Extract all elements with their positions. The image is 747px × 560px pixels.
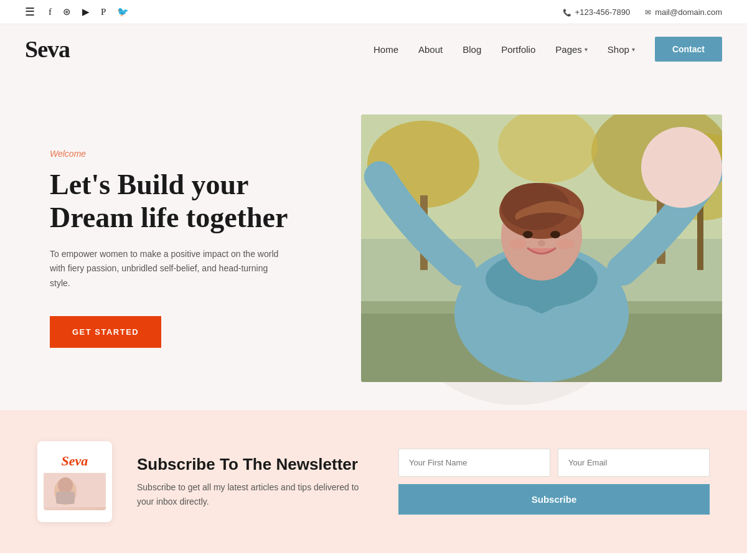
top-bar-right: +123-456-7890 mail@domain.com [563, 7, 722, 17]
email-input[interactable] [558, 449, 710, 477]
welcome-label: Welcome [50, 149, 352, 159]
facebook-icon[interactable]: f [49, 7, 52, 17]
get-started-button[interactable]: GET STARTED [50, 316, 161, 348]
svg-point-17 [523, 231, 533, 238]
top-right-circle [641, 127, 722, 208]
site-logo[interactable]: Seva [25, 35, 70, 63]
hero-content: Welcome Let's Build your Dream life toge… [50, 149, 352, 348]
hamburger-icon[interactable]: ☰ [25, 5, 35, 19]
newsletter-text: Subscribe To The Newsletter Subscribe to… [137, 455, 374, 508]
svg-rect-25 [56, 492, 75, 504]
svg-point-21 [538, 240, 545, 246]
subscribe-button[interactable]: Subscribe [398, 484, 710, 515]
phone-number: +123-456-7890 [575, 7, 631, 17]
newsletter-inputs [398, 449, 710, 477]
phone-contact: +123-456-7890 [563, 7, 631, 17]
nav-home[interactable]: Home [374, 44, 398, 55]
svg-point-18 [550, 231, 560, 238]
top-bar: ☰ f ⊛ ▶ P 🐦 +123-456-7890 mail@domain.co… [0, 0, 747, 24]
nav-portfolio[interactable]: Portfolio [501, 44, 535, 55]
twitter-icon[interactable]: 🐦 [117, 6, 129, 17]
top-bar-left: ☰ f ⊛ ▶ P 🐦 [25, 5, 129, 19]
newsletter-title: Subscribe To The Newsletter [137, 455, 374, 474]
first-name-input[interactable] [398, 449, 550, 477]
svg-point-19 [509, 239, 527, 249]
phone-icon [563, 7, 571, 17]
svg-point-20 [557, 239, 574, 249]
hero-section: Welcome Let's Build your Dream life toge… [0, 74, 747, 410]
nav-shop[interactable]: Shop ▾ [608, 44, 635, 55]
svg-point-24 [58, 477, 73, 493]
nav-pages[interactable]: Pages ▾ [555, 44, 588, 55]
hero-description: To empower women to make a positive impa… [50, 247, 286, 291]
nav-about[interactable]: About [418, 44, 443, 55]
hero-image-area [352, 114, 722, 382]
mail-icon [645, 7, 651, 17]
newsletter-card-logo: Seva [62, 453, 88, 469]
hero-title: Let's Build your Dream life together [50, 169, 352, 235]
navbar: Seva Home About Blog Portfolio Pages ▾ S… [0, 24, 747, 74]
contact-button[interactable]: Contact [655, 37, 722, 62]
newsletter-form: Subscribe [398, 449, 710, 515]
nav-links: Home About Blog Portfolio Pages ▾ Shop ▾… [374, 37, 722, 62]
instagram-icon[interactable]: ⊛ [63, 6, 71, 17]
newsletter-card-image [44, 473, 106, 510]
pinterest-icon[interactable]: P [101, 7, 106, 17]
newsletter-section: Seva Subscribe To The Newsletter Subscri… [0, 410, 747, 553]
email-address: mail@domain.com [655, 7, 722, 17]
youtube-icon[interactable]: ▶ [82, 6, 90, 17]
nav-blog[interactable]: Blog [463, 44, 481, 55]
newsletter-description: Subscribe to get all my latest articles … [137, 480, 374, 508]
pages-dropdown-arrow: ▾ [585, 46, 588, 53]
shop-dropdown-arrow: ▾ [632, 46, 635, 53]
email-contact: mail@domain.com [645, 7, 722, 17]
newsletter-card: Seva [37, 441, 112, 522]
